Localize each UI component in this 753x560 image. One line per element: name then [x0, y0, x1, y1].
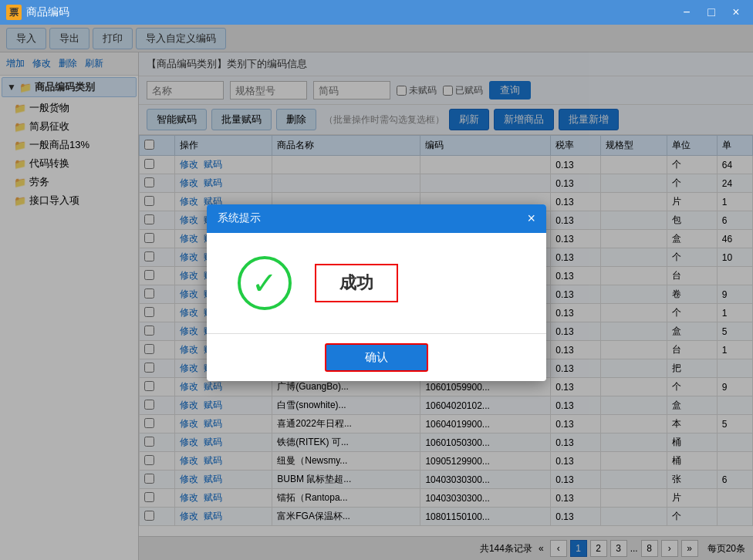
app-icon: 票: [6, 5, 22, 20]
success-text-box: 成功: [315, 264, 398, 302]
system-prompt-modal: 系统提示 × ✓ 成功 确认: [207, 204, 546, 381]
success-icon: ✓: [238, 256, 292, 310]
checkmark-icon: ✓: [252, 268, 278, 299]
confirm-button[interactable]: 确认: [325, 343, 428, 372]
success-text: 成功: [339, 273, 373, 292]
modal-title: 系统提示: [218, 211, 261, 225]
modal-close-button[interactable]: ×: [527, 211, 535, 227]
window-controls: − □ ×: [676, 3, 747, 22]
window-title: 商品编码: [26, 5, 676, 19]
modal-footer: 确认: [207, 333, 546, 381]
title-bar: 票 商品编码 − □ ×: [0, 0, 753, 25]
modal-overlay: 系统提示 × ✓ 成功 确认: [0, 25, 753, 560]
modal-body: ✓ 成功: [207, 233, 546, 333]
maximize-button[interactable]: □: [701, 3, 722, 22]
modal-header: 系统提示 ×: [207, 204, 546, 233]
close-button[interactable]: ×: [725, 3, 747, 22]
minimize-button[interactable]: −: [676, 3, 697, 22]
